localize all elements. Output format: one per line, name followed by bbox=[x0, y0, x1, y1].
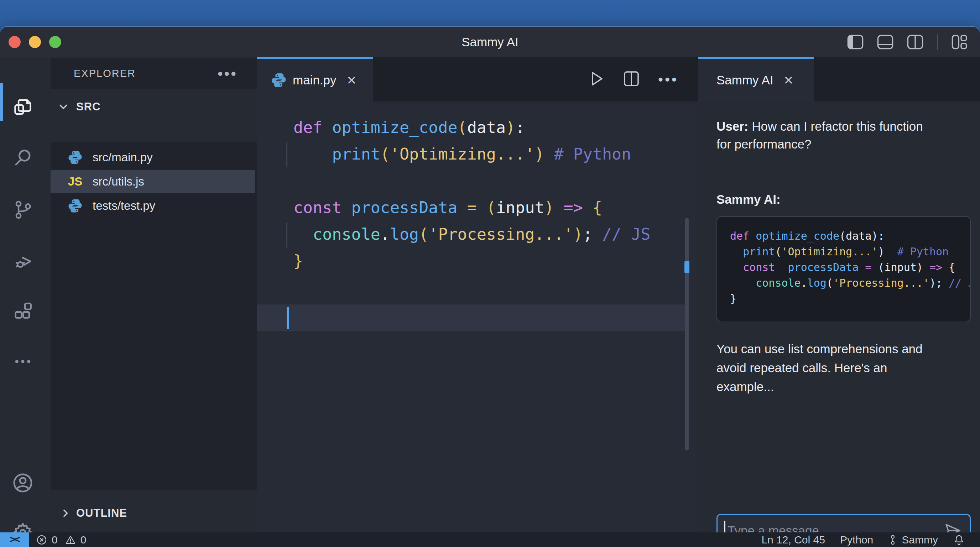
explorer-title: EXPLORER bbox=[74, 68, 136, 80]
app-window: Sammy AI bbox=[0, 27, 980, 547]
folder-section-label: SRC bbox=[76, 100, 100, 113]
warnings-icon bbox=[65, 534, 76, 545]
code-line: } bbox=[730, 291, 971, 307]
scrollbar-marker bbox=[684, 261, 689, 273]
customize-layout-icon[interactable] bbox=[951, 35, 967, 49]
python-file-icon bbox=[67, 198, 83, 214]
file-item[interactable]: JSsrc/utils.js bbox=[51, 170, 255, 193]
assistant-panel: Sammy AI × User: How can I refactor this… bbox=[698, 57, 980, 533]
editor-scrollbar[interactable] bbox=[685, 218, 689, 450]
errors-icon bbox=[36, 534, 47, 545]
python-file-icon bbox=[67, 149, 83, 165]
code-line: print('Optimizing...') # Python bbox=[293, 141, 650, 167]
problems-indicator[interactable]: 0 0 bbox=[36, 533, 86, 547]
assistant-label: Sammy AI: bbox=[716, 192, 781, 207]
indent-guide bbox=[286, 142, 287, 167]
code-line: } bbox=[293, 248, 650, 274]
code-line: def optimize_code(data): bbox=[730, 228, 971, 244]
window-title: Sammy AI bbox=[0, 27, 980, 57]
code-line: print('Optimizing...') # Python bbox=[730, 244, 971, 259]
explorer-header: EXPLORER ••• bbox=[51, 58, 257, 89]
language-mode[interactable]: Python bbox=[840, 534, 873, 546]
run-file-icon[interactable] bbox=[589, 70, 605, 89]
assistant-tab-bar: Sammy AI × bbox=[698, 57, 980, 102]
extensions-view-icon[interactable] bbox=[0, 296, 45, 328]
notifications-bell-icon[interactable] bbox=[953, 534, 965, 546]
split-editor-right-icon[interactable] bbox=[623, 70, 640, 88]
chat-content: User: How can I refactor this function f… bbox=[698, 102, 980, 533]
tab-sammy-ai[interactable]: Sammy AI × bbox=[698, 57, 814, 102]
account-icon[interactable] bbox=[0, 467, 45, 499]
editor-actions: ••• bbox=[589, 57, 678, 102]
file-label: src/utils.js bbox=[92, 175, 144, 188]
assistant-tab-label: Sammy AI bbox=[716, 73, 773, 87]
text-cursor bbox=[287, 307, 289, 329]
run-debug-view-icon[interactable] bbox=[0, 244, 45, 276]
outline-section-label: OUTLINE bbox=[76, 507, 127, 520]
error-count: 0 bbox=[52, 534, 58, 546]
activity-bar bbox=[0, 57, 45, 533]
cursor-position[interactable]: Ln 12, Col 45 bbox=[761, 534, 825, 546]
code-editor[interactable]: def optimize_code(data): print('Optimizi… bbox=[257, 102, 698, 533]
user-label: User: bbox=[716, 119, 748, 133]
code-line bbox=[293, 274, 650, 301]
chat-code-lines: def optimize_code(data): print('Optimizi… bbox=[730, 228, 971, 307]
workbench: EXPLORER ••• SRC src/main.pyJSsrc/utils.… bbox=[0, 57, 980, 533]
search-view-icon[interactable] bbox=[0, 142, 45, 174]
file-label: tests/test.py bbox=[92, 199, 155, 213]
tab-label: main.py bbox=[293, 73, 337, 87]
python-file-icon bbox=[270, 72, 287, 88]
split-editor-icon[interactable] bbox=[907, 35, 923, 49]
titlebar-separator bbox=[937, 34, 938, 50]
code-line: const processData = (input) => { bbox=[730, 259, 971, 275]
editor-group: main.py × ••• bbox=[257, 57, 698, 533]
warning-count: 0 bbox=[81, 534, 86, 546]
chevron-right-icon bbox=[60, 509, 68, 517]
assistant-status-label: Sammy bbox=[902, 534, 938, 546]
assistant-status[interactable]: Sammy bbox=[888, 534, 938, 546]
code-line bbox=[293, 167, 650, 194]
branch-icon bbox=[888, 534, 897, 545]
assistant-message: You can use list comprehensions and avoi… bbox=[716, 339, 944, 396]
code-line: const processData = (input) => { bbox=[293, 194, 650, 221]
code-line: console.log('Processing...'); // JS bbox=[730, 275, 971, 291]
code-line: console.log('Processing...'); // JS bbox=[293, 221, 650, 248]
chat-code-block: def optimize_code(data): print('Optimizi… bbox=[716, 216, 971, 322]
toggle-bottom-panel-icon[interactable] bbox=[877, 35, 894, 49]
titlebar: Sammy AI bbox=[0, 27, 980, 57]
explorer-view-icon[interactable] bbox=[0, 91, 45, 123]
status-right: Ln 12, Col 45 Python Sammy bbox=[761, 533, 965, 547]
window-layout-controls bbox=[847, 27, 967, 57]
desktop: Sammy AI bbox=[0, 0, 980, 547]
outline-section[interactable]: OUTLINE bbox=[45, 502, 127, 525]
indent-guide bbox=[286, 223, 287, 248]
editor-code-lines: def optimize_code(data): print('Optimizi… bbox=[293, 114, 650, 301]
folder-section-src[interactable]: SRC bbox=[45, 95, 100, 118]
file-item[interactable]: tests/test.py bbox=[51, 194, 255, 217]
chevron-down-icon bbox=[59, 102, 68, 110]
more-actions-icon[interactable] bbox=[0, 345, 45, 377]
js-file-icon: JS bbox=[67, 173, 83, 190]
current-line-highlight bbox=[257, 304, 689, 331]
file-item[interactable]: src/main.py bbox=[51, 146, 255, 169]
user-message: User: How can I refactor this function f… bbox=[716, 118, 937, 153]
explorer-sidebar: EXPLORER ••• SRC src/main.pyJSsrc/utils.… bbox=[45, 57, 257, 533]
code-line: def optimize_code(data): bbox=[293, 114, 650, 141]
editor-tab-bar: main.py × ••• bbox=[257, 57, 698, 102]
toggle-left-sidebar-icon[interactable] bbox=[847, 35, 864, 49]
source-control-view-icon[interactable] bbox=[0, 194, 45, 226]
remote-indicator[interactable]: >< bbox=[0, 533, 29, 547]
file-tree: src/main.pyJSsrc/utils.jstests/test.py bbox=[51, 142, 257, 490]
tab-main-py[interactable]: main.py × bbox=[257, 57, 373, 102]
file-label: src/main.py bbox=[92, 151, 153, 164]
status-bar: >< 0 0 Ln 12, Col 45 Python Sammy bbox=[0, 533, 980, 547]
